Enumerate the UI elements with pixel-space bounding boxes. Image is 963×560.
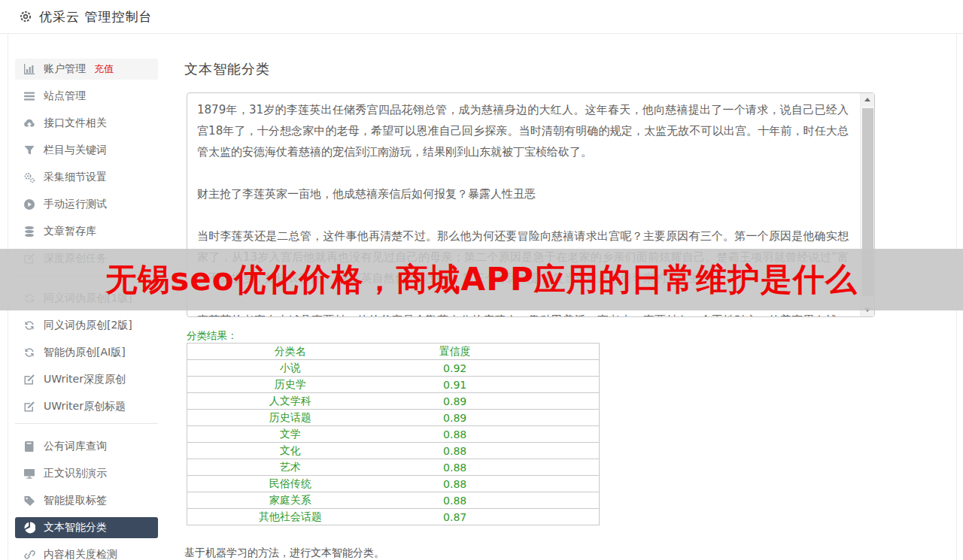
app-header: 优采云 管理控制台 [0, 0, 963, 34]
table-row: 人文学科0.89 [187, 393, 600, 410]
category-cell: 其他社会话题 [187, 509, 393, 525]
category-cell: 小说 [187, 360, 393, 377]
sidebar-item-interface-files[interactable]: 接口文件相关 [15, 113, 158, 134]
database-icon [23, 226, 35, 238]
watermark-banner: 无锡seo优化价格，商城APP应用的日常维护是什么 [0, 249, 963, 310]
confidence-cell: 0.92 [393, 360, 517, 377]
sidebar-item-label: UWriter深度原创 [44, 373, 126, 386]
sidebar-item-label: 公有词库查询 [44, 440, 107, 453]
sidebar-item-uwriter-original-title[interactable]: UWriter原创标题 [15, 396, 158, 417]
table-row: 小说0.92 [187, 360, 600, 377]
results-label: 分类结果： [187, 329, 238, 343]
category-cell: 人文学科 [187, 393, 393, 410]
confidence-cell: 0.88 [393, 476, 517, 492]
table-row: 民俗传统0.88 [187, 476, 600, 492]
cogs-icon [23, 171, 35, 184]
pie-chart-icon [23, 522, 35, 534]
category-cell: 文化 [187, 443, 393, 459]
sidebar-item-label: 正文识别演示 [44, 467, 107, 480]
sidebar-item-body-recognition-demo[interactable]: 正文识别演示 [15, 463, 158, 484]
sidebar-item-sites[interactable]: 站点管理 [15, 86, 158, 107]
table-row: 历史学0.91 [187, 377, 600, 393]
column-header-empty [517, 344, 600, 360]
category-cell: 文学 [187, 426, 393, 443]
category-cell: 历史学 [187, 377, 393, 393]
confidence-cell: 0.88 [393, 426, 517, 443]
confidence-cell: 0.89 [393, 410, 517, 426]
edit-icon [23, 401, 35, 413]
sidebar-item-label: 站点管理 [44, 89, 86, 103]
link-icon [23, 549, 35, 560]
edit-icon [23, 374, 35, 386]
sidebar-item-smart-tag-extraction[interactable]: 智能提取标签 [15, 490, 158, 511]
sidebar-divider [15, 423, 158, 424]
classification-results-table: 分类名 置信度 小说0.92 历史学0.91 人文学科0.89 历史话题0.89… [187, 343, 600, 525]
monitor-icon [23, 468, 35, 480]
footer-note: 基于机器学习的方法，进行文本智能分类。 [184, 546, 384, 560]
gear-icon [19, 10, 32, 23]
app-title: 优采云 管理控制台 [39, 8, 152, 26]
table-row: 文学0.88 [187, 426, 600, 443]
column-header-category: 分类名 [187, 344, 393, 360]
category-cell: 民俗传统 [187, 476, 393, 492]
sidebar-item-article-storage[interactable]: 文章暂存库 [15, 221, 158, 242]
recharge-badge[interactable]: 充值 [94, 62, 114, 76]
sidebar-item-label: 账户管理 [44, 62, 86, 76]
refresh-icon [23, 319, 35, 332]
confidence-cell: 0.87 [393, 509, 517, 525]
confidence-cell: 0.88 [393, 459, 517, 476]
confidence-cell: 0.89 [393, 393, 517, 410]
sidebar-item-label: 文章暂存库 [44, 225, 96, 238]
sidebar-item-public-lexicon[interactable]: 公有词库查询 [15, 436, 158, 457]
column-header-confidence: 置信度 [393, 344, 517, 360]
sidebar-item-label: 手动运行测试 [44, 198, 107, 211]
sidebar-item-collection-settings[interactable]: 采集细节设置 [15, 167, 158, 188]
list-icon [23, 90, 35, 103]
sidebar-item-synonym-rewrite-v2[interactable]: 同义词伪原创[2版] [15, 315, 158, 336]
play-circle-icon [23, 198, 35, 211]
funnel-icon [23, 144, 35, 157]
sidebar-item-label: 同义词伪原创[2版] [44, 319, 132, 332]
sidebar-item-columns-keywords[interactable]: 栏目与关键词 [15, 140, 158, 161]
table-header-row: 分类名 置信度 [187, 344, 600, 360]
category-cell: 家庭关系 [187, 492, 393, 509]
sidebar-item-text-classification[interactable]: 文本智能分类 [15, 517, 158, 538]
scroll-up-button[interactable] [861, 93, 874, 106]
table-row: 艺术0.88 [187, 459, 600, 476]
sidebar-item-label: 栏目与关键词 [44, 144, 107, 157]
sidebar-item-label: 内容相关度检测 [44, 548, 117, 560]
category-cell: 历史话题 [187, 410, 393, 426]
sidebar-item-uwriter-deep-original[interactable]: UWriter深度原创 [15, 369, 158, 390]
table-row: 历史话题0.89 [187, 410, 600, 426]
paragraph: 1879年，31岁的李莲英出任储秀宫四品花翎总管，成为慈禧身边的大红人。这年春天… [197, 99, 849, 162]
book-icon [23, 440, 35, 453]
confidence-cell: 0.88 [393, 492, 517, 509]
confidence-cell: 0.91 [393, 377, 517, 393]
bar-chart-icon [23, 63, 35, 76]
table-row: 其他社会话题0.87 [187, 509, 600, 525]
sidebar-item-content-relevance[interactable]: 内容相关度检测 [15, 544, 158, 560]
paragraph: 财主抢了李莲英家一亩地，他成慈禧亲信后如何报复？暴露人性丑恶 [197, 183, 849, 204]
triangle-up-icon [864, 98, 870, 101]
sidebar-item-label: 智能伪原创[AI版] [44, 346, 126, 359]
table-row: 文化0.88 [187, 443, 600, 459]
confidence-cell: 0.88 [393, 443, 517, 459]
sidebar-item-label: UWriter原创标题 [44, 400, 126, 413]
sidebar-item-label: 智能提取标签 [44, 494, 107, 507]
refresh-icon [23, 347, 35, 359]
watermark-text: 无锡seo优化价格，商城APP应用的日常维护是什么 [105, 259, 857, 301]
sidebar-item-label: 采集细节设置 [44, 171, 107, 184]
sidebar-item-ai-rewrite[interactable]: 智能伪原创[AI版] [15, 342, 158, 363]
sidebar-item-account[interactable]: 账户管理 充值 [15, 59, 158, 80]
page-title: 文本智能分类 [184, 60, 270, 78]
category-cell: 艺术 [187, 459, 393, 476]
sidebar-item-label: 接口文件相关 [44, 117, 107, 130]
table-row: 家庭关系0.88 [187, 492, 600, 509]
sidebar-item-manual-run-test[interactable]: 手动运行测试 [15, 194, 158, 215]
paragraph: 李莲英的老家在大城县李贾村，他的父亲是个勤劳本分的庄稼人，靠种田养活一家老小。李… [197, 310, 849, 317]
cloud-upload-icon [23, 117, 35, 130]
sidebar-item-label: 文本智能分类 [44, 521, 107, 534]
tag-icon [23, 495, 35, 507]
